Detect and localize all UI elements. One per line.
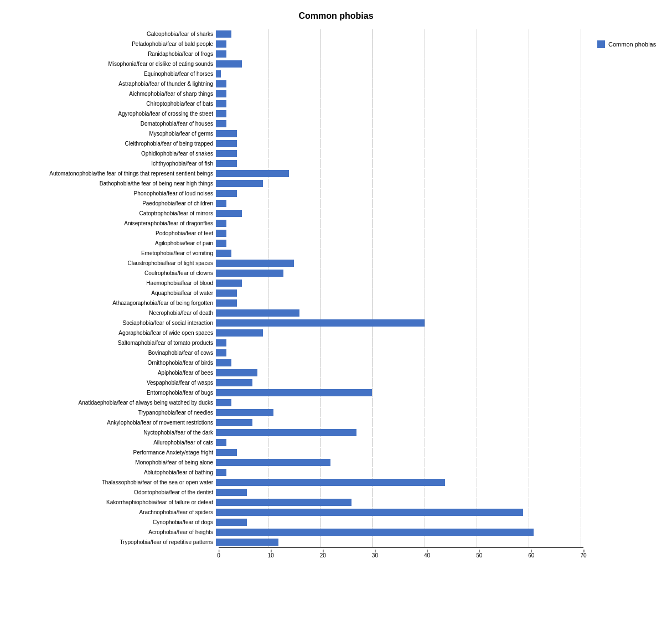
grid-line (268, 89, 268, 99)
grid-lines (216, 239, 589, 248)
grid-lines (216, 209, 589, 218)
grid-line (529, 368, 529, 377)
bar-track (216, 338, 589, 348)
grid-line (372, 258, 373, 268)
grid-line (581, 59, 581, 69)
grid-line (477, 99, 477, 108)
grid-line (320, 109, 321, 118)
grid-line (477, 49, 477, 59)
bar-track (216, 518, 589, 527)
grid-line (581, 119, 581, 128)
grid-line (268, 139, 268, 148)
legend-label: Common phobias (608, 41, 656, 48)
grid-line (477, 378, 477, 387)
grid-line (529, 508, 529, 517)
grid-line (372, 119, 373, 128)
bar-fill (216, 349, 226, 356)
x-tick: 70 (580, 552, 586, 558)
grid-line (529, 458, 529, 467)
grid-line (268, 229, 268, 238)
grid-line (477, 239, 477, 248)
bar-row: Ablutophobia/fear of bathing (11, 468, 589, 477)
grid-line (425, 89, 425, 99)
grid-line (581, 139, 581, 148)
grid-line (529, 209, 529, 218)
bar-fill (216, 270, 283, 277)
grid-line (372, 328, 373, 338)
bar-track (216, 378, 589, 387)
bar-track (216, 159, 589, 168)
grid-line (581, 338, 581, 348)
bar-label: Cleithrophobia/fear of being trapped (11, 141, 216, 147)
grid-line (372, 308, 373, 318)
grid-line (320, 298, 321, 308)
grid-lines (216, 159, 589, 168)
grid-lines (216, 49, 589, 59)
bar-label: Cynophobia/fear of dogs (11, 519, 216, 525)
bar-row: Sociaphobia/fear of social interaction (11, 318, 589, 328)
grid-line (477, 458, 477, 467)
grid-line (425, 398, 425, 407)
grid-line (268, 288, 268, 298)
grid-line (425, 268, 425, 278)
grid-lines (216, 468, 589, 477)
bar-label: Odontophobia/fear of the dentist (11, 489, 216, 495)
bar-label: Automatonophobia/the fear of things that… (11, 170, 216, 177)
bar-track (216, 179, 589, 188)
bar-row: Monophobia/fear of being alone (11, 458, 589, 467)
grid-line (320, 249, 321, 258)
grid-lines (216, 338, 589, 348)
grid-line (529, 388, 529, 397)
grid-line (529, 438, 529, 447)
bar-row: Entomophobia/fear of bugs (11, 388, 589, 397)
grid-line (320, 99, 321, 108)
bar-track (216, 458, 589, 467)
grid-line (529, 328, 529, 338)
bar-row: Automatonophobia/the fear of things that… (11, 169, 589, 178)
grid-line (477, 209, 477, 218)
grid-line (477, 258, 477, 268)
bar-track (216, 537, 589, 547)
grid-line (529, 318, 529, 328)
bar-track (216, 388, 589, 397)
bar-label: Paedophobia/fear of children (11, 200, 216, 206)
grid-line (320, 169, 321, 178)
grid-lines (216, 69, 589, 79)
bar-track (216, 468, 589, 477)
grid-line (268, 358, 268, 368)
grid-line (425, 179, 425, 188)
grid-line (320, 239, 321, 248)
grid-line (581, 149, 581, 158)
grid-line (320, 79, 321, 89)
grid-line (372, 89, 373, 99)
grid-lines (216, 488, 589, 497)
bar-track (216, 498, 589, 507)
grid-line (529, 149, 529, 158)
grid-line (477, 119, 477, 128)
grid-line (268, 49, 268, 59)
grid-line (581, 328, 581, 338)
grid-line (372, 488, 373, 497)
bar-label: Agoraphobia/fear of wide open spaces (11, 330, 216, 336)
grid-line (529, 179, 529, 188)
grid-line (425, 229, 425, 238)
grid-line (268, 69, 268, 79)
grid-line (372, 109, 373, 118)
grid-line (372, 169, 373, 178)
grid-line (425, 49, 425, 59)
bar-fill (216, 359, 231, 366)
grid-line (372, 149, 373, 158)
grid-line (581, 308, 581, 318)
grid-line (425, 39, 425, 49)
grid-line (477, 418, 477, 427)
grid-line (581, 29, 581, 39)
bar-track (216, 508, 589, 517)
grid-line (529, 49, 529, 59)
grid-line (581, 99, 581, 108)
grid-line (425, 438, 425, 447)
bar-fill (216, 120, 226, 127)
grid-line (320, 39, 321, 49)
bar-row: Ranidaphobia/fear of frogs (11, 49, 589, 59)
grid-line (477, 368, 477, 377)
bar-track (216, 49, 589, 59)
